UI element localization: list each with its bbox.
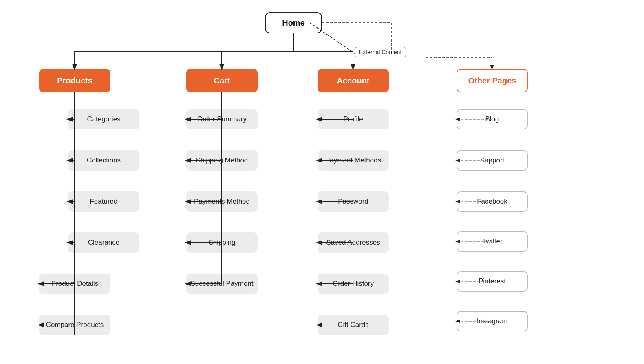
node-shipping: Shipping xyxy=(186,232,258,253)
line-home-products xyxy=(75,33,293,69)
payments-method-label: Payments Method xyxy=(194,197,250,206)
ext-content-text: External Content xyxy=(359,49,401,55)
node-account: Account xyxy=(318,69,389,92)
instagram-label: Instagram xyxy=(477,317,508,325)
node-profile: Profile xyxy=(318,109,389,129)
compare-products-label: Compare Products xyxy=(46,321,104,329)
node-cart: Cart xyxy=(186,69,258,92)
connectors-svg xyxy=(0,0,644,364)
profile-label: Profile xyxy=(343,115,363,123)
node-order-history: Order History xyxy=(318,274,389,294)
node-home: Home xyxy=(265,12,322,33)
sitemap-diagram: Home External Content Products Cart Acco… xyxy=(0,0,644,364)
account-label: Account xyxy=(337,76,370,86)
node-gift-cards: Gift Cards xyxy=(318,315,389,335)
support-label: Support xyxy=(480,156,505,164)
shipping-method-label: Shipping Method xyxy=(196,156,248,164)
featured-label: Featured xyxy=(90,197,117,206)
node-order-summary: Order Summary xyxy=(186,109,258,129)
saved-addresses-label: Saved Addresses xyxy=(326,239,380,247)
successful-payment-label: Successful Payment xyxy=(190,280,253,288)
node-facebook: Facebook xyxy=(457,191,528,212)
node-successful-payment: Successful Payment xyxy=(186,274,258,294)
node-collections: Collections xyxy=(68,150,139,171)
categories-label: Categories xyxy=(87,115,120,123)
cart-label: Cart xyxy=(214,76,230,86)
line-home-account xyxy=(293,33,353,69)
node-other-pages: Other Pages xyxy=(457,69,528,92)
node-blog: Blog xyxy=(457,109,528,129)
node-twitter: Twitter xyxy=(457,231,528,252)
other-pages-label: Other Pages xyxy=(468,76,516,86)
node-shipping-method: Shipping Method xyxy=(186,150,258,171)
blog-label: Blog xyxy=(485,115,499,123)
node-payments-method: Payments Method xyxy=(186,191,258,212)
home-label: Home xyxy=(282,18,305,28)
order-history-label: Order History xyxy=(333,280,374,288)
node-pinterest: Pinterest xyxy=(457,271,528,292)
node-products: Products xyxy=(39,69,110,92)
gift-cards-label: Gift Cards xyxy=(337,321,369,329)
facebook-label: Facebook xyxy=(477,197,507,206)
line-ext-to-other xyxy=(426,57,492,69)
products-label: Products xyxy=(57,76,93,86)
collections-label: Collections xyxy=(87,156,121,164)
twitter-label: Twitter xyxy=(482,237,502,246)
pinterest-label: Pinterest xyxy=(479,277,506,285)
node-support: Support xyxy=(457,150,528,171)
node-password: Password xyxy=(318,191,389,212)
node-compare-products: Compare Products xyxy=(39,315,110,335)
node-instagram: Instagram xyxy=(457,311,528,331)
product-details-label: Product Details xyxy=(51,280,98,288)
line-home-cart xyxy=(222,33,293,69)
node-saved-addresses: Saved Addresses xyxy=(318,232,389,253)
payment-methods-label: Payment Methods xyxy=(325,156,381,164)
node-product-details: Product Details xyxy=(39,274,110,294)
order-summary-label: Order Summary xyxy=(197,115,247,123)
node-payment-methods: Payment Methods xyxy=(318,150,389,171)
node-clearance: Clearance xyxy=(68,232,139,253)
external-content-label: External Content xyxy=(355,47,406,57)
clearance-label: Clearance xyxy=(88,239,120,247)
node-categories: Categories xyxy=(68,109,139,129)
password-label: Password xyxy=(338,197,368,206)
shipping-label: Shipping xyxy=(208,239,235,247)
node-featured: Featured xyxy=(68,191,139,212)
